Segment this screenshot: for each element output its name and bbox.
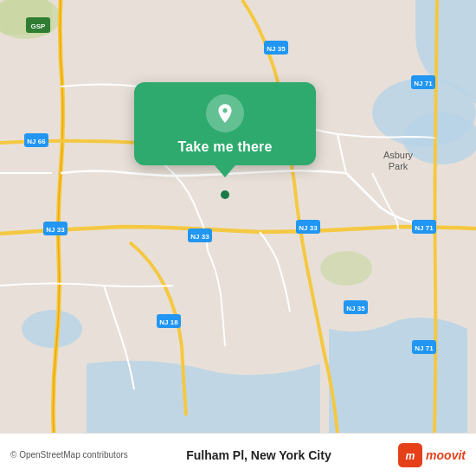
svg-text:m: m [406, 450, 415, 462]
popup-card: Take me there [134, 82, 316, 165]
svg-text:Asbury: Asbury [383, 150, 414, 160]
svg-point-6 [320, 251, 372, 286]
svg-text:NJ 71: NJ 71 [414, 80, 433, 87]
take-me-there-button[interactable]: Take me there [177, 139, 272, 155]
svg-text:NJ 33: NJ 33 [46, 226, 65, 234]
map-container: GSP NJ 35 NJ 71 NJ 66 NJ 33 NJ 33 NJ 33 … [0, 0, 476, 433]
pin-icon [206, 94, 244, 132]
svg-text:GSP: GSP [31, 23, 47, 30]
bottom-bar: © OpenStreetMap contributors Fulham Pl, … [0, 433, 476, 476]
svg-point-31 [221, 190, 229, 199]
location-pin-icon [214, 102, 236, 125]
svg-text:NJ 33: NJ 33 [299, 224, 318, 232]
svg-text:NJ 66: NJ 66 [27, 138, 46, 145]
svg-text:Park: Park [389, 161, 408, 171]
svg-text:NJ 71: NJ 71 [415, 224, 434, 232]
svg-text:NJ 71: NJ 71 [415, 344, 434, 352]
svg-text:NJ 18: NJ 18 [159, 318, 178, 326]
svg-text:NJ 35: NJ 35 [267, 45, 286, 53]
svg-text:NJ 33: NJ 33 [190, 233, 209, 241]
attribution-text: © OpenStreetMap contributors [10, 450, 128, 460]
map-svg: GSP NJ 35 NJ 71 NJ 66 NJ 33 NJ 33 NJ 33 … [0, 0, 476, 433]
moovit-logo[interactable]: m moovit [398, 443, 466, 467]
moovit-icon: m [398, 443, 422, 467]
location-label: Fulham Pl, New York City [128, 448, 389, 462]
svg-text:NJ 35: NJ 35 [346, 305, 365, 312]
moovit-text: moovit [426, 448, 466, 462]
svg-point-3 [22, 310, 82, 348]
